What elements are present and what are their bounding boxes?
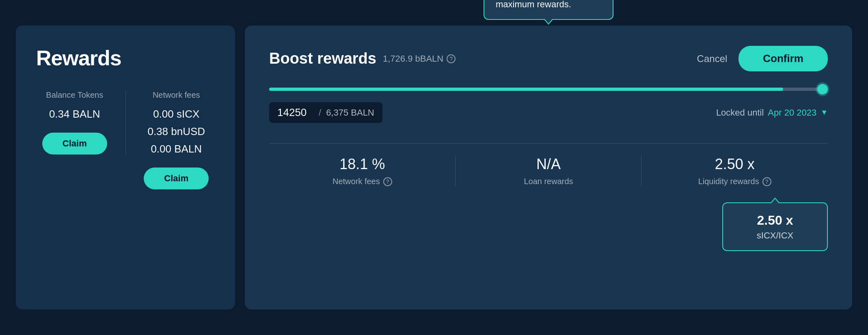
slider-input-group: / 6,375 BALN	[269, 102, 382, 123]
slider-divider: /	[319, 107, 321, 118]
stat-liquidity-rewards-value: 2.50 x	[715, 156, 755, 173]
slider-fill	[269, 88, 783, 91]
slider-input-row: / 6,375 BALN Locked until Apr 20 2023 ▼	[269, 102, 828, 123]
balance-tokens-label: Balance Tokens	[46, 90, 103, 100]
tooltip-top: 20.17 bBALN required for maximum rewards…	[484, 0, 613, 20]
balance-tokens-value: 0.34 BALN	[49, 108, 100, 120]
stat-loan-rewards: N/A Loan rewards	[456, 156, 642, 186]
slider-track	[269, 88, 828, 91]
network-fees-col: Network fees 0.00 sICX 0.38 bnUSD 0.00 B…	[126, 90, 215, 189]
boost-header: Boost rewards 1,726.9 bBALN ? Cancel Con…	[269, 46, 828, 71]
stat-liquidity-rewards: 2.50 x Liquidity rewards ? 2.50 x sICX/I…	[641, 156, 828, 186]
rewards-title: Rewards	[36, 46, 215, 70]
boost-title-group: Boost rewards 1,726.9 bBALN ?	[269, 50, 456, 67]
boost-title: Boost rewards	[269, 50, 376, 67]
confirm-button[interactable]: Confirm	[738, 46, 828, 71]
cancel-button[interactable]: Cancel	[697, 53, 728, 64]
locked-date: Apr 20 2023	[768, 107, 816, 118]
network-fees-help-icon[interactable]: ?	[383, 177, 392, 186]
slider-max: 6,375 BALN	[326, 107, 374, 118]
boost-subtitle: 1,726.9 bBALN ?	[383, 54, 456, 64]
tooltip-bottom: 2.50 x sICX/ICX	[722, 202, 828, 251]
tooltip-top-text: 20.17 bBALN required for maximum rewards…	[496, 0, 597, 9]
chevron-down-icon[interactable]: ▼	[820, 108, 828, 117]
stats-row: 18.1 % Network fees ? N/A Loan rewards 2…	[269, 156, 828, 186]
rewards-panel: Rewards Balance Tokens 0.34 BALN Claim N…	[16, 26, 235, 309]
network-fees-label: Network fees	[153, 90, 200, 100]
boost-help-icon[interactable]: ?	[447, 54, 456, 63]
boost-panel: 20.17 bBALN required for maximum rewards…	[245, 26, 852, 309]
slider-thumb[interactable]	[817, 84, 828, 94]
stat-liquidity-rewards-label: Liquidity rewards ?	[698, 177, 771, 186]
stat-network-fees-label: Network fees ?	[333, 177, 392, 186]
divider	[269, 143, 828, 144]
stat-network-fees: 18.1 % Network fees ?	[269, 156, 456, 186]
tooltip-bottom-label: sICX/ICX	[739, 230, 811, 242]
balance-tokens-col: Balance Tokens 0.34 BALN Claim	[36, 90, 126, 155]
slider-section: / 6,375 BALN Locked until Apr 20 2023 ▼	[269, 88, 828, 123]
network-fee-baln: 0.00 BALN	[151, 143, 202, 155]
stat-network-fees-value: 18.1 %	[339, 156, 385, 173]
slider-input[interactable]	[277, 106, 314, 119]
locked-until-group: Locked until Apr 20 2023 ▼	[716, 107, 828, 118]
claim-balance-button[interactable]: Claim	[42, 133, 107, 155]
network-fee-bnusd: 0.38 bnUSD	[147, 125, 205, 138]
claim-network-button[interactable]: Claim	[144, 168, 209, 189]
stat-loan-rewards-label: Loan rewards	[524, 177, 573, 186]
boost-subtitle-value: 1,726.9 bBALN	[383, 54, 443, 64]
network-fee-sicx: 0.00 sICX	[153, 108, 199, 120]
stat-loan-rewards-value: N/A	[536, 156, 561, 173]
slider-track-container	[269, 88, 828, 91]
liquidity-rewards-help-icon[interactable]: ?	[762, 177, 771, 186]
rewards-row: Balance Tokens 0.34 BALN Claim Network f…	[36, 90, 215, 189]
tooltip-bottom-value: 2.50 x	[739, 211, 811, 230]
boost-actions: Cancel Confirm	[697, 46, 828, 71]
locked-label: Locked until	[716, 107, 764, 118]
